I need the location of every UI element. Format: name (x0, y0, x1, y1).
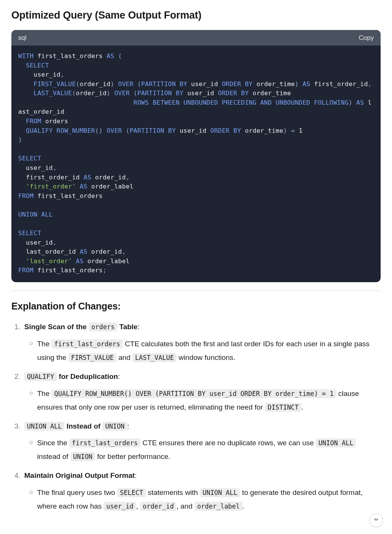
inline-code: UNION (71, 452, 95, 461)
code-body[interactable]: WITH first_last_orders AS ( SELECT user_… (11, 46, 381, 282)
changes-list: Single Scan of the orders Table:The firs… (11, 322, 381, 513)
code-token: , (53, 164, 56, 171)
code-token: SELECT (18, 155, 41, 162)
code-token: AS (303, 80, 310, 88)
code-token: LAST_VALUE (34, 90, 72, 97)
code-token (130, 90, 133, 97)
code-token: ) (295, 80, 299, 88)
code-token: OVER (114, 90, 130, 97)
code-token: AS (80, 183, 87, 190)
code-token: PARTITION BY (130, 127, 176, 134)
scroll-down-button[interactable] (369, 514, 383, 527)
code-token (76, 183, 80, 190)
code-token (18, 258, 26, 265)
code-token: OVER (107, 127, 122, 134)
code-token: ) (349, 99, 353, 106)
inline-code: UNION ALL (316, 438, 356, 448)
text: : (118, 372, 120, 380)
code-token: order_id (91, 248, 122, 255)
change-bullets: The final query uses two SELECT statemen… (24, 486, 381, 513)
text: instead of (37, 452, 71, 460)
code-token (114, 52, 118, 60)
code-token (114, 80, 118, 88)
code-token: first_last_orders (34, 192, 103, 199)
code-token: order_time (249, 90, 291, 97)
inline-code: order_label (194, 502, 243, 511)
code-token: ) (283, 127, 287, 134)
code-token: WITH (18, 52, 34, 60)
code-token: user_id (183, 90, 218, 97)
code-token: ( (137, 80, 141, 88)
code-token: user_id (176, 127, 210, 134)
code-token: user_id (18, 71, 60, 78)
code-token: ROWS BETWEEN UNBOUNDED PRECEDING AND UNB… (133, 99, 349, 106)
inline-code: orders (89, 322, 117, 331)
inline-code: first_last_orders (52, 339, 123, 349)
text: : (138, 323, 140, 331)
code-token: UNION ALL (18, 211, 53, 218)
code-token: AS (76, 258, 83, 265)
code-token: ORDER BY (222, 80, 252, 88)
code-token: ( (76, 80, 80, 88)
code-token: SELECT (26, 62, 49, 69)
change-bullets: Since the first_last_orders CTE ensures … (24, 436, 381, 463)
code-token: ORDER BY (218, 90, 249, 97)
bold-text: Instead of (64, 422, 102, 430)
code-token (295, 127, 299, 134)
code-token: () (95, 127, 103, 134)
code-token: ROW_NUMBER (56, 127, 95, 134)
change-headline: QUALIFY for Deduplication: (24, 371, 381, 382)
inline-code: first_last_orders (69, 438, 141, 448)
change-item: Maintain Original Output Format:The fina… (24, 470, 381, 513)
code-token: ; (103, 267, 107, 274)
code-token: order_id (76, 90, 107, 97)
code-token: , (60, 71, 64, 78)
code-token: AS (83, 174, 91, 181)
code-token: order_time (252, 80, 295, 88)
inline-code: SELECT (117, 488, 146, 497)
copy-button[interactable]: Copy (359, 33, 374, 43)
code-token: PARTITION BY (137, 90, 183, 97)
code-token: FROM (18, 192, 34, 199)
inline-code: UNION ALL (24, 422, 64, 431)
code-token: user_id (18, 239, 53, 246)
code-token (72, 258, 76, 265)
code-token: order_id (91, 174, 126, 181)
bullet-item: Since the first_last_orders CTE ensures … (37, 436, 381, 463)
code-token: FIRST_VALUE (34, 80, 76, 88)
code-token: AS (80, 248, 91, 255)
code-token: AS (356, 99, 364, 106)
divider (11, 291, 381, 291)
text: CTE ensures there are no duplicate rows,… (141, 439, 316, 447)
code-token: 'first_order' (26, 183, 76, 190)
text: The final query uses two (37, 488, 117, 496)
code-token: FROM (26, 118, 41, 125)
text: for better performance. (95, 452, 171, 460)
code-token: QUALIFY (26, 127, 53, 134)
code-token (299, 80, 303, 88)
code-token: ) (107, 90, 110, 97)
inline-code: DISTINCT (265, 403, 301, 412)
bold-text: for Deduplication (57, 372, 118, 380)
code-token (103, 127, 107, 134)
text: : (127, 422, 129, 430)
code-token: , (368, 80, 372, 88)
code-token: ( (133, 90, 137, 97)
text: window functions. (177, 353, 235, 361)
code-token: first_order_id (18, 174, 83, 181)
code-token: order_time (241, 127, 283, 134)
code-token: order_label (83, 258, 130, 265)
section-title: Optimized Query (Same Output Format) (11, 8, 381, 23)
code-token: AS (107, 52, 114, 60)
inline-code: QUALIFY (24, 372, 57, 381)
code-token: OVER (118, 80, 134, 88)
change-bullets: The first_last_orders CTE calculates bot… (24, 337, 381, 364)
inline-code: QUALIFY ROW_NUMBER() OVER (PARTITION BY … (52, 389, 336, 398)
code-token: first_last_orders (34, 52, 107, 60)
change-bullets: The QUALIFY ROW_NUMBER() OVER (PARTITION… (24, 387, 381, 414)
code-token: user_id (18, 164, 53, 171)
bullet-item: The QUALIFY ROW_NUMBER() OVER (PARTITION… (37, 387, 381, 414)
code-token: first_last_orders (34, 267, 103, 274)
change-headline: Maintain Original Output Format: (24, 470, 381, 481)
code-token (110, 90, 114, 97)
